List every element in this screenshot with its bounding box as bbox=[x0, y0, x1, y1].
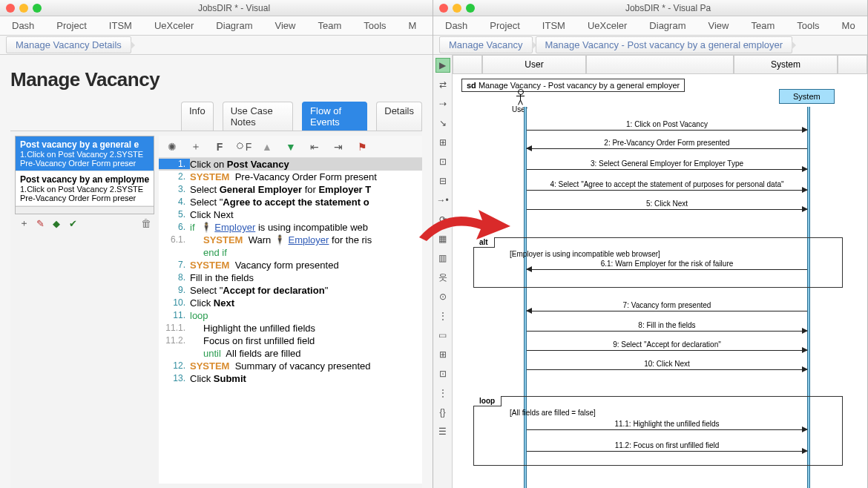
tab-use-case-notes[interactable]: Use Case Notes bbox=[223, 102, 293, 131]
diagram-tab-system[interactable]: System bbox=[734, 55, 838, 73]
menu-item[interactable]: ITSM bbox=[109, 20, 132, 31]
flow-step[interactable]: 11.loop bbox=[159, 309, 422, 322]
editor-tool-button[interactable]: ✺ bbox=[165, 139, 180, 154]
editor-tool-button[interactable]: ⇤ bbox=[307, 139, 322, 154]
diagram-tab-blank[interactable] bbox=[453, 55, 482, 73]
scenario-item[interactable]: Post vacancy by an employme1.Click on Po… bbox=[16, 171, 154, 206]
sequence-message[interactable]: 8: Fill in the fields bbox=[527, 331, 807, 340]
editor-tool-button[interactable]: ▲ bbox=[260, 139, 274, 154]
editor-tool-button[interactable]: ⚑ bbox=[355, 139, 369, 154]
crumb[interactable]: Manage Vacancy Details bbox=[6, 36, 131, 53]
sequence-message[interactable]: 3: Select General Employer for Employer … bbox=[527, 169, 807, 178]
sequence-message[interactable]: 2: Pre-Vacancy Order Form presented bbox=[527, 148, 807, 157]
toolstrip-button[interactable]: ⇢ bbox=[435, 96, 450, 111]
editor-tool-button[interactable]: F bbox=[212, 139, 227, 154]
toolstrip-button[interactable]: →• bbox=[435, 193, 450, 208]
sequence-message[interactable]: 1: Click on Post Vacancy bbox=[527, 130, 807, 139]
zoom-icon[interactable] bbox=[33, 4, 42, 13]
toolstrip-button[interactable]: ⋮ bbox=[435, 309, 450, 323]
menu-item[interactable]: UeXceler bbox=[154, 20, 194, 31]
scenario-tool-button[interactable]: ✔ bbox=[67, 217, 79, 229]
flow-step[interactable]: 8.Fill in the fields bbox=[159, 271, 422, 284]
menu-item[interactable]: Tools bbox=[797, 20, 819, 31]
flow-step[interactable]: 10.Click Next bbox=[159, 297, 422, 309]
scenario-tool-button[interactable]: ＋ bbox=[18, 217, 30, 229]
scenario-tool-button[interactable]: ◆ bbox=[50, 217, 62, 229]
sequence-message[interactable]: 4: Select "Agree to accept the statement… bbox=[527, 190, 807, 199]
menu-item[interactable]: Project bbox=[56, 20, 86, 31]
toolstrip-button[interactable]: ▭ bbox=[435, 328, 450, 343]
trash-icon[interactable]: 🗑 bbox=[141, 217, 151, 229]
actor-system[interactable]: System bbox=[779, 89, 835, 104]
flow-step[interactable]: 3.Select General Employer for Employer T bbox=[159, 183, 422, 196]
toolstrip-button[interactable]: ▥ bbox=[435, 251, 450, 266]
crumb[interactable]: Manage Vacancy bbox=[439, 36, 533, 53]
toolstrip-button[interactable]: ⊞ bbox=[435, 347, 450, 362]
sequence-message[interactable]: 10: Click Next bbox=[527, 369, 807, 378]
sequence-message[interactable]: 7: Vacancy form presented bbox=[527, 311, 807, 320]
menu-item[interactable]: Project bbox=[490, 20, 519, 31]
toolstrip-button[interactable]: ▦ bbox=[435, 231, 450, 246]
sequence-message[interactable]: 9: Select "Accept for declaration" bbox=[527, 350, 807, 359]
toolstrip-button[interactable]: ⊡ bbox=[435, 154, 450, 169]
flow-step[interactable]: end if bbox=[159, 246, 422, 259]
close-icon[interactable] bbox=[439, 4, 448, 13]
menu-item[interactable]: Diagram bbox=[216, 20, 252, 31]
menu-item[interactable]: View bbox=[708, 20, 729, 31]
minimize-icon[interactable] bbox=[19, 4, 28, 13]
flow-step[interactable]: 11.1.Highlight the unfilled fields bbox=[159, 322, 422, 334]
sequence-diagram[interactable]: sd Manage Vacancy - Post vacancy by a ge… bbox=[453, 74, 867, 488]
flow-step[interactable]: 13.Click Submit bbox=[159, 372, 422, 385]
toolstrip-button[interactable]: ▶ bbox=[435, 58, 450, 73]
menu-item[interactable]: Diagram bbox=[649, 20, 685, 31]
zoom-icon[interactable] bbox=[466, 4, 475, 13]
crumb[interactable]: Manage Vacancy - Post vacancy by a gener… bbox=[536, 36, 793, 53]
minimize-icon[interactable] bbox=[453, 4, 461, 13]
scrollbar[interactable] bbox=[16, 206, 154, 214]
flow-step[interactable]: 1.Click on Post Vacancy bbox=[159, 158, 422, 171]
toolstrip-button[interactable]: ☰ bbox=[435, 424, 450, 439]
scenario-list[interactable]: Post vacancy by a general e1.Click on Po… bbox=[15, 136, 154, 214]
editor-tool-button[interactable]: ＋ bbox=[188, 139, 203, 154]
flow-step[interactable]: 11.2.Focus on first unfilled field bbox=[159, 334, 422, 347]
tab-flow-of-events[interactable]: Flow of Events bbox=[302, 102, 367, 131]
menu-item[interactable]: View bbox=[274, 20, 295, 31]
menu-item[interactable]: Dash bbox=[12, 20, 34, 31]
flow-step[interactable]: 9.Select "Accept for declaration" bbox=[159, 284, 422, 297]
scenario-tool-button[interactable]: ✎ bbox=[34, 217, 46, 229]
flow-step[interactable]: until All fields are filled bbox=[159, 347, 422, 360]
menu-item[interactable]: Dash bbox=[445, 20, 467, 31]
flow-step[interactable]: 6.1.SYSTEM Warn 🕴 Employer for the ris bbox=[159, 234, 422, 246]
toolstrip-button[interactable]: ⊙ bbox=[435, 289, 450, 304]
toolstrip-button[interactable]: {} bbox=[435, 405, 450, 420]
toolstrip-button[interactable]: ⊡ bbox=[435, 366, 450, 381]
menu-item[interactable]: Mo bbox=[842, 20, 855, 31]
editor-tool-button[interactable]: ▼ bbox=[283, 139, 298, 154]
diagram-tab-user[interactable]: User bbox=[482, 55, 586, 73]
menu-item[interactable]: Team bbox=[751, 20, 775, 31]
flow-step[interactable]: 5.Click Next bbox=[159, 208, 422, 221]
flow-list[interactable]: 1.Click on Post Vacancy2.SYSTEM Pre-Vaca… bbox=[159, 158, 422, 484]
menu-item[interactable]: Team bbox=[318, 20, 341, 31]
combined-fragment[interactable]: loop[All fields are filled = false] bbox=[473, 396, 843, 466]
toolstrip-button[interactable]: ⋮ bbox=[435, 386, 450, 400]
toolstrip-button[interactable]: ⇄ bbox=[435, 77, 450, 92]
toolstrip-button[interactable]: 웃 bbox=[435, 270, 450, 285]
toolstrip-button[interactable]: ⊞ bbox=[435, 135, 450, 150]
toolstrip-button[interactable]: ↘ bbox=[435, 116, 450, 131]
flow-step[interactable]: 7.SYSTEM Vacancy form presented bbox=[159, 259, 422, 271]
toolstrip-button[interactable]: ⊟ bbox=[435, 174, 450, 188]
tab-details[interactable]: Details bbox=[376, 102, 422, 131]
menu-item[interactable]: ITSM bbox=[542, 20, 565, 31]
editor-tool-button[interactable]: ꯰F bbox=[236, 139, 251, 154]
flow-step[interactable]: 6.if 🕴 Employer is using incompatible we… bbox=[159, 221, 422, 234]
tab-info[interactable]: Info bbox=[181, 102, 214, 131]
flow-step[interactable]: 2.SYSTEM Pre-Vacancy Order Form present bbox=[159, 171, 422, 183]
flow-step[interactable]: 4.Select "Agree to accept the statement … bbox=[159, 196, 422, 208]
flow-step[interactable]: 12.SYSTEM Summary of vacancy presented bbox=[159, 360, 422, 372]
scenario-item[interactable]: Post vacancy by a general e1.Click on Po… bbox=[16, 136, 154, 171]
menu-item[interactable]: UeXceler bbox=[588, 20, 627, 31]
close-icon[interactable] bbox=[6, 4, 15, 13]
toolstrip-button[interactable]: ⟳ bbox=[435, 212, 450, 227]
sequence-message[interactable]: 5: Click Next bbox=[527, 209, 807, 218]
